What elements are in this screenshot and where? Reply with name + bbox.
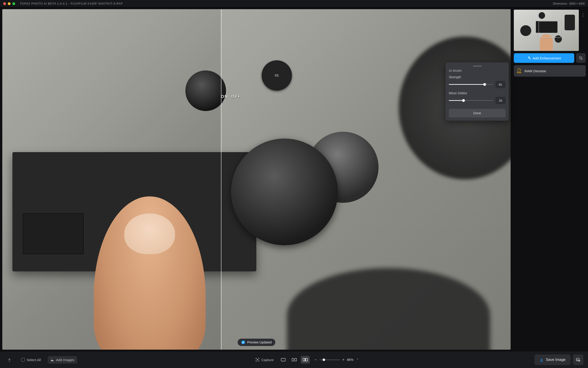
maximize-window-button[interactable] xyxy=(12,2,15,5)
split-view-icon xyxy=(303,358,308,361)
done-button[interactable]: Done xyxy=(449,109,506,118)
single-view-icon xyxy=(281,358,286,361)
svg-point-1 xyxy=(257,359,258,360)
view-split-button[interactable] xyxy=(301,356,310,364)
add-images-label: Add Images xyxy=(56,358,74,362)
add-images-button[interactable]: Add Images xyxy=(48,356,77,364)
add-enhancement-label: Add Enhancement xyxy=(533,56,561,60)
sparkle-icon xyxy=(527,56,531,60)
capture-button[interactable]: Capture xyxy=(253,356,276,364)
svg-rect-2 xyxy=(281,358,285,361)
capture-target-icon xyxy=(255,358,260,362)
zoom-in-button[interactable]: + xyxy=(342,358,345,362)
drag-handle[interactable] xyxy=(473,66,482,66)
view-single-button[interactable] xyxy=(279,356,288,364)
bottom-toolbar: Select All Add Images Capture − + 86% ⌃ xyxy=(0,351,588,368)
select-all-label: Select All xyxy=(27,358,41,362)
toast-text: Preview Updated xyxy=(247,340,272,344)
close-window-button[interactable] xyxy=(3,2,6,5)
minor-deblur-slider[interactable] xyxy=(449,99,493,102)
capture-label: Capture xyxy=(261,358,274,362)
raw-file-icon: RAW xyxy=(517,68,521,74)
right-panel: ⋮ Add Enhancement RAW RAW Denoise xyxy=(513,7,588,351)
ai-model-panel: AI Model Strength 81 Minor Deblur xyxy=(446,62,509,121)
panel-section-title: AI Model xyxy=(449,69,506,73)
more-options-button[interactable]: ⋮ xyxy=(580,10,586,16)
preview-canvas[interactable]: C1 ON OFF AI Model Strength 81 xyxy=(0,7,513,351)
image-dimensions: Dimensions 6000 × 4000 xyxy=(553,2,585,5)
strength-value[interactable]: 81 xyxy=(495,81,506,88)
preview-image[interactable]: C1 ON OFF xyxy=(2,9,511,350)
preview-updated-toast: Preview Updated xyxy=(238,339,275,346)
export-settings-button[interactable] xyxy=(573,354,583,365)
view-side-by-side-button[interactable] xyxy=(290,356,299,364)
zoom-value: 86% xyxy=(347,358,353,362)
zoom-out-button[interactable]: − xyxy=(314,358,317,362)
svg-rect-6 xyxy=(306,358,308,361)
app-title: TOPAZ PHOTO AI BETA 2.4.0.1 - FUIJIFILM-… xyxy=(20,2,123,5)
zoom-menu-button[interactable]: ⌃ xyxy=(357,358,359,361)
upload-icon xyxy=(7,358,11,362)
save-image-button[interactable]: Save Image xyxy=(534,354,570,365)
dimensions-label: Dimensions xyxy=(553,2,567,5)
minor-deblur-value[interactable]: 33 xyxy=(495,97,506,104)
crop-button[interactable] xyxy=(576,53,586,63)
window-controls xyxy=(3,2,15,5)
minimize-window-button[interactable] xyxy=(8,2,10,5)
minor-deblur-label: Minor Deblur xyxy=(449,91,506,95)
checkbox-icon xyxy=(21,358,25,362)
save-image-label: Save Image xyxy=(546,358,566,362)
svg-point-0 xyxy=(51,359,52,359)
strength-label: Strength xyxy=(449,75,506,79)
svg-rect-5 xyxy=(303,358,305,361)
zoom-control: − + 86% ⌃ xyxy=(314,358,359,362)
check-icon xyxy=(241,340,245,344)
export-image-icon xyxy=(576,358,580,362)
add-enhancement-button[interactable]: Add Enhancement xyxy=(514,53,574,63)
comparison-divider[interactable] xyxy=(221,9,222,350)
images-icon xyxy=(50,358,54,362)
side-by-side-icon xyxy=(292,358,297,361)
svg-rect-3 xyxy=(292,358,294,361)
enhancement-label: RAW Denoise xyxy=(525,69,546,73)
crop-icon xyxy=(579,56,583,60)
titlebar: TOPAZ PHOTO AI BETA 2.4.0.1 - FUIJIFILM-… xyxy=(0,0,588,7)
navigator-thumbnail[interactable] xyxy=(514,10,579,51)
zoom-slider[interactable] xyxy=(319,359,340,360)
dimensions-value: 6000 × 4000 xyxy=(569,2,585,5)
navigator-viewport[interactable] xyxy=(539,21,561,38)
upload-button[interactable] xyxy=(5,356,14,364)
select-all-button[interactable]: Select All xyxy=(18,356,44,364)
svg-rect-4 xyxy=(295,358,297,361)
download-icon xyxy=(540,358,544,362)
enhancement-raw-denoise[interactable]: RAW RAW Denoise xyxy=(514,65,586,77)
strength-slider[interactable] xyxy=(449,83,493,86)
